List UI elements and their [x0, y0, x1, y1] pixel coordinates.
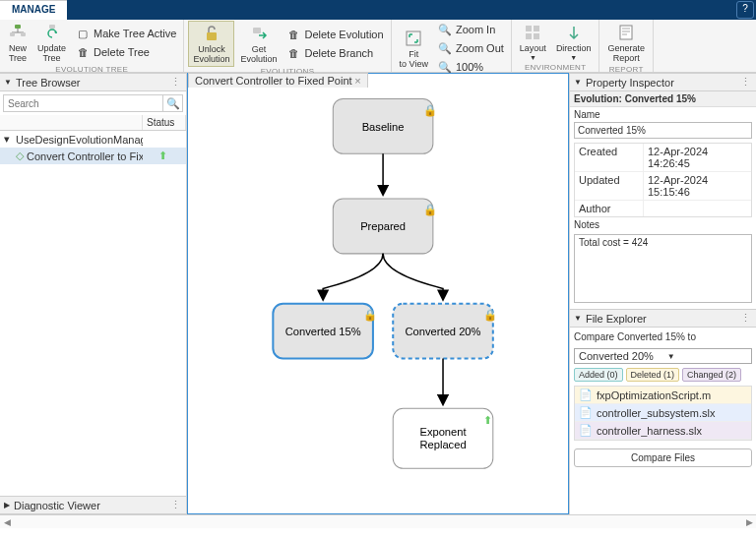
file-list: 📄fxpOptimizationScript.m 📄controller_sub…: [574, 386, 752, 441]
help-button[interactable]: ?: [736, 1, 754, 19]
scroll-right-icon[interactable]: ▶: [742, 517, 756, 527]
svg-rect-12: [534, 33, 539, 39]
fit-icon: [404, 29, 423, 48]
layout-icon: [523, 23, 542, 42]
zoom-out-button[interactable]: 🔍Zoom Out: [434, 39, 507, 57]
name-field[interactable]: Converted 15%: [574, 122, 752, 139]
svg-rect-13: [620, 26, 632, 39]
list-item[interactable]: 📄controller_harness.slx: [575, 422, 751, 440]
unlock-icon: [202, 24, 221, 43]
svg-rect-11: [526, 33, 532, 39]
get-icon: [249, 24, 269, 43]
file-icon: 📄: [579, 424, 593, 437]
svg-text:⬆: ⬆: [483, 414, 492, 426]
status-up-icon: ⬆: [143, 149, 182, 162]
svg-rect-4: [21, 32, 26, 36]
tree-browser-header[interactable]: ▼Tree Browser⋮: [0, 73, 186, 91]
svg-text:Exponent: Exponent: [419, 426, 467, 438]
compare-files-button[interactable]: Compare Files: [574, 448, 752, 467]
svg-text:Replaced: Replaced: [419, 439, 466, 450]
list-item[interactable]: 📄controller_subsystem.slx: [575, 404, 751, 422]
svg-rect-6: [207, 32, 217, 40]
delete-evolution-button[interactable]: 🗑Delete Evolution: [283, 26, 386, 43]
file-icon: 📄: [579, 389, 593, 401]
update-tree-button[interactable]: Update Tree: [33, 21, 70, 65]
tree-columns: Status: [0, 115, 186, 131]
deleted-badge[interactable]: Deleted (1): [626, 368, 680, 382]
delete-evo-icon: 🗑: [285, 27, 301, 42]
zoom-in-icon: 🔍: [437, 22, 453, 37]
scroll-left-icon[interactable]: ◀: [0, 517, 14, 527]
generate-report-button[interactable]: Generate Report: [603, 21, 649, 65]
delete-branch-button[interactable]: 🗑Delete Branch: [283, 44, 386, 62]
svg-rect-10: [534, 26, 539, 31]
tree-search[interactable]: 🔍: [3, 94, 183, 112]
zoom-in-button[interactable]: 🔍Zoom In: [434, 21, 507, 38]
tree-refresh-icon: [42, 23, 62, 42]
svg-rect-7: [253, 28, 261, 33]
layout-button[interactable]: Layout▼: [516, 21, 550, 63]
changed-badge[interactable]: Changed (2): [682, 368, 741, 382]
file-icon: 📄: [579, 406, 593, 419]
flowchart-canvas[interactable]: Convert Controller to Fixed Point × Base…: [187, 73, 569, 514]
unlock-evolution-button[interactable]: Unlock Evolution: [188, 21, 234, 67]
svg-text:🔒: 🔒: [483, 308, 497, 322]
svg-rect-5: [49, 25, 55, 29]
delete-branch-icon: 🗑: [285, 45, 301, 61]
compare-label: Compare Converted 15% to: [574, 331, 752, 342]
trash-icon: 🗑: [75, 44, 91, 60]
tree-add-icon: [8, 23, 28, 42]
svg-text:Converted 20%: Converted 20%: [406, 326, 481, 337]
fit-to-view-button[interactable]: Fit to View: [396, 21, 432, 76]
name-label: Name: [574, 109, 752, 120]
flowchart: Baseline 🔒 Prepared 🔒 Converted 15% 🔒 Co…: [188, 74, 568, 513]
svg-rect-8: [407, 31, 420, 45]
new-tree-button[interactable]: New Tree: [4, 21, 32, 65]
svg-text:🔒: 🔒: [363, 308, 377, 322]
notes-field[interactable]: Total cost = 424: [574, 234, 752, 303]
compare-to-select[interactable]: Converted 20%▼: [574, 348, 752, 364]
search-icon[interactable]: 🔍: [162, 95, 182, 111]
property-inspector-header[interactable]: ▼Property Inspector⋮: [570, 73, 756, 91]
added-badge[interactable]: Added (0): [574, 368, 623, 382]
bottom-scrollbar[interactable]: ◀ ▶: [0, 514, 756, 528]
list-item[interactable]: 📄fxpOptimizationScript.m: [575, 387, 751, 404]
zoom-out-icon: 🔍: [437, 40, 453, 56]
tree-active-icon: ▢: [75, 26, 91, 41]
svg-text:Prepared: Prepared: [360, 221, 406, 233]
direction-button[interactable]: Direction▼: [552, 21, 596, 63]
canvas-tab[interactable]: Convert Controller to Fixed Point ×: [188, 73, 368, 88]
file-explorer-header[interactable]: ▼File Explorer⋮: [570, 309, 756, 328]
svg-text:Baseline: Baseline: [362, 121, 405, 133]
diagnostic-viewer-header[interactable]: ▶Diagnostic Viewer⋮: [0, 496, 186, 514]
svg-rect-9: [526, 26, 532, 31]
svg-rect-3: [10, 32, 15, 36]
svg-text:🔒: 🔒: [423, 203, 437, 216]
delete-tree-button[interactable]: 🗑Delete Tree: [72, 43, 179, 61]
report-icon: [616, 23, 636, 42]
svg-rect-0: [15, 25, 21, 29]
notes-label: Notes: [574, 219, 752, 230]
svg-text:🔒: 🔒: [423, 103, 437, 117]
svg-text:Converted 15%: Converted 15%: [285, 326, 361, 337]
direction-icon: [564, 23, 584, 42]
get-evolution-button[interactable]: Get Evolution: [236, 21, 281, 67]
property-table: Created12-Apr-2024 14:26:45 Updated12-Ap…: [574, 143, 752, 217]
tree-row[interactable]: ◇Convert Controller to Fixe⬆: [0, 148, 186, 164]
tree-row[interactable]: ▾UseDesignEvolutionManager: [0, 131, 186, 148]
make-tree-active-button[interactable]: ▢Make Tree Active: [72, 25, 179, 42]
tab-manage[interactable]: MANAGE: [0, 0, 67, 20]
evolution-title: Evolution: Converted 15%: [570, 91, 756, 107]
ribbon: New Tree Update Tree ▢Make Tree Active 🗑…: [0, 20, 756, 73]
search-input[interactable]: [4, 95, 162, 111]
group-label: ENVIRONMENT: [516, 63, 596, 72]
